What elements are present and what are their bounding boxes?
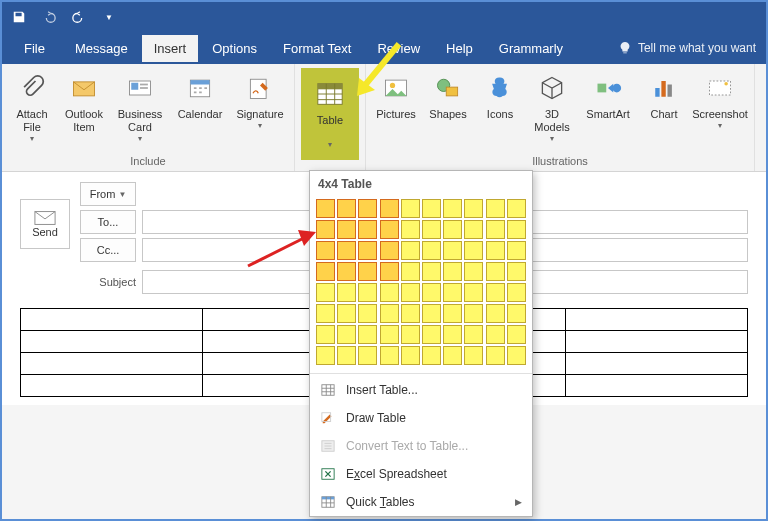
grid-cell[interactable] <box>507 262 526 281</box>
grid-cell[interactable] <box>464 325 483 344</box>
grid-cell[interactable] <box>337 262 356 281</box>
grid-cell[interactable] <box>358 199 377 218</box>
grid-cell[interactable] <box>316 325 335 344</box>
undo-icon[interactable] <box>40 8 58 26</box>
grid-cell[interactable] <box>380 325 399 344</box>
grid-cell[interactable] <box>358 241 377 260</box>
grid-cell[interactable] <box>443 262 462 281</box>
grid-cell[interactable] <box>422 304 441 323</box>
tab-options[interactable]: Options <box>200 35 269 62</box>
grid-cell[interactable] <box>380 283 399 302</box>
grid-cell[interactable] <box>422 241 441 260</box>
grid-cell[interactable] <box>316 220 335 239</box>
grid-cell[interactable] <box>507 199 526 218</box>
grid-cell[interactable] <box>443 199 462 218</box>
grid-cell[interactable] <box>401 283 420 302</box>
grid-cell[interactable] <box>486 304 505 323</box>
tell-me-search[interactable]: Tell me what you want <box>618 41 756 55</box>
tab-file[interactable]: File <box>12 35 61 62</box>
tab-grammarly[interactable]: Grammarly <box>487 35 575 62</box>
grid-cell[interactable] <box>316 283 335 302</box>
grid-cell[interactable] <box>507 325 526 344</box>
grid-cell[interactable] <box>358 283 377 302</box>
tab-help[interactable]: Help <box>434 35 485 62</box>
from-button[interactable]: From ▼ <box>80 182 136 206</box>
grid-cell[interactable] <box>380 199 399 218</box>
table-button[interactable]: Table▾ <box>301 68 359 160</box>
grid-cell[interactable] <box>401 241 420 260</box>
grid-cell[interactable] <box>316 346 335 365</box>
draw-table-item[interactable]: Draw Table <box>310 404 532 432</box>
grid-cell[interactable] <box>380 220 399 239</box>
save-icon[interactable] <box>10 8 28 26</box>
grid-cell[interactable] <box>443 325 462 344</box>
grid-cell[interactable] <box>507 283 526 302</box>
grid-cell[interactable] <box>486 262 505 281</box>
grid-cell[interactable] <box>316 262 335 281</box>
grid-cell[interactable] <box>486 220 505 239</box>
grid-cell[interactable] <box>464 346 483 365</box>
tab-format-text[interactable]: Format Text <box>271 35 363 62</box>
excel-spreadsheet-item[interactable]: Excel Spreadsheet <box>310 460 532 488</box>
quick-tables-item[interactable]: Quick Tables ▶ <box>310 488 532 516</box>
grid-cell[interactable] <box>464 241 483 260</box>
grid-cell[interactable] <box>337 241 356 260</box>
calendar-button[interactable]: Calendar <box>172 68 228 153</box>
grid-cell[interactable] <box>401 220 420 239</box>
grid-cell[interactable] <box>380 262 399 281</box>
grid-cell[interactable] <box>316 199 335 218</box>
table-size-grid[interactable] <box>310 195 532 371</box>
tab-review[interactable]: Review <box>365 35 432 62</box>
qat-dropdown-icon[interactable]: ▼ <box>100 8 118 26</box>
grid-cell[interactable] <box>401 346 420 365</box>
business-card-button[interactable]: Business Card▾ <box>112 68 168 153</box>
grid-cell[interactable] <box>443 346 462 365</box>
grid-cell[interactable] <box>486 325 505 344</box>
shapes-button[interactable]: Shapes <box>424 68 472 153</box>
grid-cell[interactable] <box>464 220 483 239</box>
grid-cell[interactable] <box>422 262 441 281</box>
grid-cell[interactable] <box>422 199 441 218</box>
grid-cell[interactable] <box>486 283 505 302</box>
grid-cell[interactable] <box>401 199 420 218</box>
pictures-button[interactable]: Pictures <box>372 68 420 153</box>
redo-icon[interactable] <box>70 8 88 26</box>
grid-cell[interactable] <box>380 304 399 323</box>
grid-cell[interactable] <box>401 304 420 323</box>
grid-cell[interactable] <box>507 220 526 239</box>
screenshot-button[interactable]: Screenshot▾ <box>692 68 748 153</box>
grid-cell[interactable] <box>358 325 377 344</box>
grid-cell[interactable] <box>443 241 462 260</box>
grid-cell[interactable] <box>422 283 441 302</box>
grid-cell[interactable] <box>507 346 526 365</box>
cc-button[interactable]: Cc... <box>80 238 136 262</box>
grid-cell[interactable] <box>464 262 483 281</box>
3d-models-button[interactable]: 3D Models▾ <box>528 68 576 153</box>
outlook-item-button[interactable]: Outlook Item <box>60 68 108 153</box>
grid-cell[interactable] <box>486 199 505 218</box>
grid-cell[interactable] <box>422 220 441 239</box>
grid-cell[interactable] <box>443 304 462 323</box>
grid-cell[interactable] <box>358 262 377 281</box>
grid-cell[interactable] <box>464 283 483 302</box>
grid-cell[interactable] <box>443 283 462 302</box>
grid-cell[interactable] <box>486 346 505 365</box>
grid-cell[interactable] <box>316 241 335 260</box>
grid-cell[interactable] <box>443 220 462 239</box>
grid-cell[interactable] <box>422 346 441 365</box>
grid-cell[interactable] <box>316 304 335 323</box>
grid-cell[interactable] <box>358 346 377 365</box>
grid-cell[interactable] <box>507 304 526 323</box>
grid-cell[interactable] <box>507 241 526 260</box>
to-button[interactable]: To... <box>80 210 136 234</box>
send-button[interactable]: Send <box>20 199 70 249</box>
chart-button[interactable]: Chart <box>640 68 688 153</box>
grid-cell[interactable] <box>401 262 420 281</box>
grid-cell[interactable] <box>337 199 356 218</box>
grid-cell[interactable] <box>358 304 377 323</box>
grid-cell[interactable] <box>337 325 356 344</box>
grid-cell[interactable] <box>380 346 399 365</box>
attach-file-button[interactable]: Attach File▾ <box>8 68 56 153</box>
grid-cell[interactable] <box>337 220 356 239</box>
icons-button[interactable]: Icons <box>476 68 524 153</box>
